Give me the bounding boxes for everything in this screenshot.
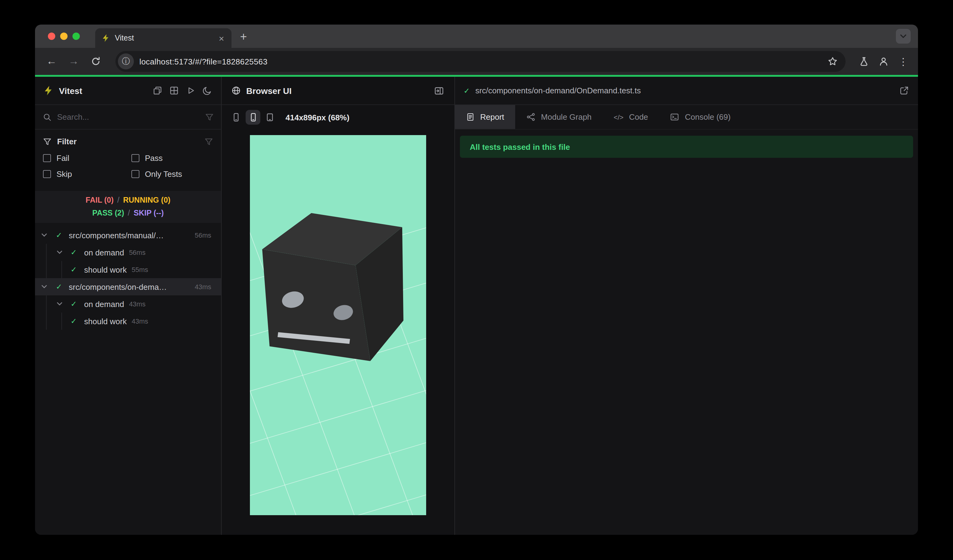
pass-check-icon: ✓ <box>69 299 79 308</box>
checkbox-box <box>131 154 140 162</box>
file-text-icon <box>466 112 475 122</box>
filter-checkbox-skip[interactable]: Skip <box>43 169 131 179</box>
app-preview-viewport[interactable] <box>250 135 426 515</box>
device-phone-active-button[interactable] <box>245 110 260 125</box>
checkbox-box <box>131 170 140 178</box>
chevron-down-icon <box>900 34 906 38</box>
fail-count: FAIL (0) <box>86 196 113 205</box>
back-button[interactable]: ← <box>43 53 60 70</box>
moon-icon <box>202 86 211 95</box>
tab-code[interactable]: </> Code <box>603 105 659 129</box>
run-all-button[interactable] <box>183 84 197 97</box>
globe-icon <box>231 86 241 95</box>
filter-title: Filter <box>57 137 77 146</box>
vitest-logo-icon <box>43 85 53 96</box>
traffic-lights <box>35 33 80 40</box>
clear-filters-button[interactable] <box>205 137 213 146</box>
search-icon <box>43 113 51 121</box>
report-header: ✓ src/components/on-demand/OnDemand.test… <box>455 77 918 105</box>
cube-front-face <box>262 249 370 361</box>
forward-button[interactable]: → <box>65 53 82 70</box>
star-icon <box>828 56 838 66</box>
tree-suite-row[interactable]: ✓ on demand 56ms <box>35 244 221 261</box>
run-summary: FAIL (0)/RUNNING (0) PASS (2)/SKIP (--) <box>35 191 221 223</box>
tab-close-icon[interactable]: × <box>217 34 225 43</box>
site-info-icon[interactable]: ⓘ <box>118 53 134 70</box>
tab-title: Vitest <box>115 34 217 42</box>
pass-check-icon: ✓ <box>464 86 470 95</box>
filter-funnel-icon <box>43 137 51 146</box>
tab-console[interactable]: Console (69) <box>659 105 742 129</box>
browser-window: Vitest × + ← → ⓘ localho <box>35 25 918 535</box>
device-tablet-button[interactable] <box>265 112 275 122</box>
filter-funnel-icon <box>205 137 213 146</box>
maximize-window-button[interactable] <box>73 33 80 40</box>
tablet-icon <box>265 112 275 122</box>
address-bar[interactable]: ⓘ localhost:5173/#/?file=1828625563 <box>115 51 846 72</box>
labs-button[interactable] <box>855 53 872 70</box>
minimize-window-button[interactable] <box>60 33 68 40</box>
tab-search-button[interactable] <box>896 29 911 43</box>
panel-right-icon <box>434 86 444 96</box>
filter-funnel-icon <box>205 113 214 121</box>
person-icon <box>879 56 889 66</box>
filter-checkbox-pass[interactable]: Pass <box>131 154 213 163</box>
screen: Vitest × + ← → ⓘ localho <box>0 0 953 560</box>
test-explorer-sidebar: Vitest <box>35 77 222 535</box>
open-external-button[interactable] <box>897 84 911 97</box>
filter-section: Filter Fail <box>35 130 221 181</box>
new-tab-button[interactable]: + <box>240 30 247 42</box>
all-tests-passed-banner: All tests passed in this file <box>460 136 913 158</box>
phone-rotate-icon <box>248 112 258 122</box>
collapse-all-button[interactable] <box>151 84 164 97</box>
overlapping-windows-icon <box>152 86 162 95</box>
filter-checkbox-only-tests[interactable]: Only Tests <box>131 169 213 179</box>
search-input[interactable] <box>57 112 205 122</box>
open-in-panel-button[interactable] <box>432 84 446 97</box>
chevron-down-icon <box>56 301 63 306</box>
running-count: RUNNING (0) <box>123 196 171 205</box>
url-text: localhost:5173/#/?file=1828625563 <box>140 57 267 66</box>
tree-suite-row[interactable]: ✓ on demand 43ms <box>35 295 221 313</box>
profile-button[interactable] <box>875 53 892 70</box>
skip-count: SKIP (--) <box>133 209 164 217</box>
report-tabs: Report Module Graph </> <box>455 105 918 130</box>
device-toolbar: 414x896px (68%) <box>222 105 455 130</box>
pass-check-icon: ✓ <box>54 231 64 239</box>
tree-test-row[interactable]: ✓ should work 55ms <box>35 261 221 278</box>
dark-mode-toggle[interactable] <box>200 84 214 97</box>
vitest-favicon <box>101 34 110 42</box>
module-graph-icon <box>526 112 535 122</box>
checkbox-box <box>43 170 51 178</box>
tree-file-row[interactable]: ✓ src/components/manual/… 56ms <box>35 226 221 244</box>
tab-report[interactable]: Report <box>455 105 515 129</box>
tree-file-row-selected[interactable]: ✓ src/components/on-dema… 43ms <box>35 278 221 295</box>
pass-check-icon: ✓ <box>54 282 64 291</box>
bookmark-button[interactable] <box>828 56 838 66</box>
chevron-down-icon <box>41 284 47 289</box>
chevron-down-icon <box>41 233 47 237</box>
tab-strip: Vitest × + <box>35 25 918 48</box>
search-row <box>35 105 221 130</box>
pass-check-icon: ✓ <box>69 265 79 274</box>
browser-tab[interactable]: Vitest × <box>95 28 231 48</box>
play-icon <box>186 86 195 95</box>
filter-checkbox-fail[interactable]: Fail <box>43 154 131 163</box>
tab-module-graph[interactable]: Module Graph <box>515 105 603 129</box>
clear-search-filter-button[interactable] <box>205 113 214 121</box>
dashboard-button[interactable] <box>167 84 180 97</box>
phone-icon <box>231 112 241 122</box>
main-content: Vitest <box>35 77 918 535</box>
browser-ui-panel: Browser UI <box>222 77 455 535</box>
pass-check-icon: ✓ <box>69 317 79 326</box>
browser-ui-header: Browser UI <box>222 77 455 105</box>
tree-test-row[interactable]: ✓ should work 43ms <box>35 313 221 330</box>
code-icon: </> <box>614 113 624 121</box>
browser-ui-title: Browser UI <box>246 86 292 96</box>
close-window-button[interactable] <box>48 33 55 40</box>
preview-area <box>222 130 455 535</box>
browser-toolbar: ← → ⓘ localhost:5173/#/?file=1828625563 <box>35 48 918 75</box>
reload-button[interactable] <box>87 53 104 70</box>
menu-button[interactable]: ⋮ <box>895 53 912 70</box>
device-phone-button[interactable] <box>231 112 241 122</box>
